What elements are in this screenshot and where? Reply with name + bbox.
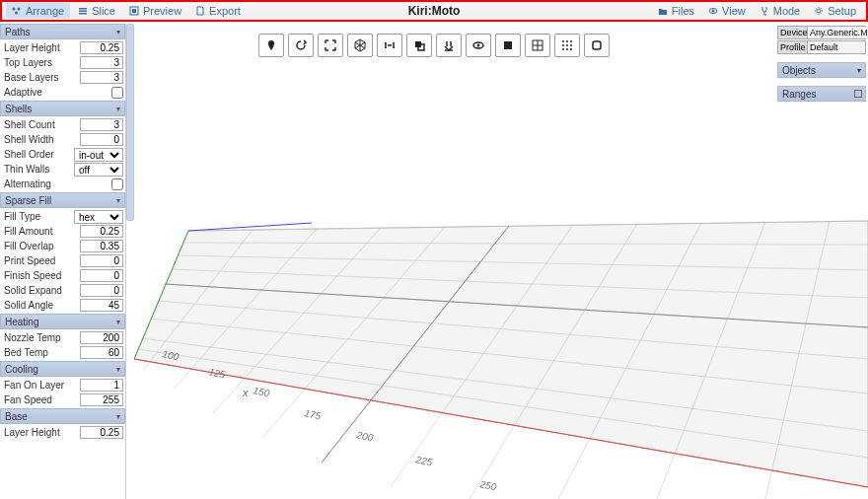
dup-tool-button[interactable] xyxy=(406,34,432,57)
setting-label: Fan On Layer xyxy=(2,380,80,391)
files-button[interactable]: Files xyxy=(652,3,700,19)
setting-row: Top Layers xyxy=(2,55,123,70)
topbar-right: Files View Mode Setup xyxy=(652,3,862,19)
setting-row: Bed Temp xyxy=(2,345,123,360)
checkbox-input[interactable] xyxy=(111,178,123,190)
down-tool-button[interactable] xyxy=(436,34,462,57)
number-input[interactable] xyxy=(80,379,123,392)
profile-row[interactable]: Profile Default xyxy=(777,40,866,54)
select-input[interactable]: off xyxy=(74,163,123,177)
top-bar: Arrange Slice Preview Export Kiri:Moto F… xyxy=(0,0,868,22)
number-input[interactable] xyxy=(80,56,123,69)
number-input[interactable] xyxy=(80,240,123,252)
topbar-left: Arrange Slice Preview Export xyxy=(6,3,247,19)
device-row[interactable]: Device Any.Generic.Marlin xyxy=(777,26,866,39)
export-label: Export xyxy=(209,5,241,17)
number-input[interactable] xyxy=(80,133,123,146)
objects-label: Objects xyxy=(782,65,816,76)
slice-button[interactable]: Slice xyxy=(72,3,121,19)
setting-row: Nozzle Temp xyxy=(2,330,123,345)
setting-label: Shell Count xyxy=(2,119,80,130)
number-input[interactable] xyxy=(80,393,123,406)
svg-point-52 xyxy=(566,40,568,42)
arrange-button[interactable]: Arrange xyxy=(6,3,70,19)
view-button[interactable]: View xyxy=(702,3,752,19)
number-input[interactable] xyxy=(80,269,123,282)
setup-icon xyxy=(814,6,824,16)
pin-icon xyxy=(264,38,278,52)
setting-label: Finish Speed xyxy=(2,270,80,281)
pin-tool-button[interactable] xyxy=(258,34,284,57)
hflip-tool-button[interactable] xyxy=(377,34,402,57)
select-input[interactable]: in-out xyxy=(74,148,123,162)
svg-rect-5 xyxy=(79,13,87,15)
reload-tool-button[interactable] xyxy=(288,34,314,57)
setting-row: Fill Amount xyxy=(2,224,123,239)
mode-icon xyxy=(760,6,769,16)
paths-panel-body: Layer HeightTop LayersBase LayersAdaptiv… xyxy=(0,39,125,101)
solid-tool-button[interactable] xyxy=(495,34,521,57)
viewport[interactable]: 100125150175200225250 x xyxy=(134,24,868,499)
sparse-fill-panel-head[interactable]: Sparse Fill xyxy=(0,192,125,208)
checkbox-input[interactable] xyxy=(111,87,123,99)
mode-button[interactable]: Mode xyxy=(754,3,807,19)
expand-tool-button[interactable] xyxy=(318,34,343,57)
dup-icon xyxy=(412,38,426,52)
dotgrid-tool-button[interactable] xyxy=(554,34,580,57)
ranges-panel-head[interactable]: Ranges xyxy=(777,86,866,102)
svg-point-10 xyxy=(817,9,821,13)
setting-row: Fan On Layer xyxy=(2,378,123,392)
slice-icon xyxy=(78,6,88,16)
viewport-toolbar xyxy=(258,34,610,57)
export-button[interactable]: Export xyxy=(189,3,247,19)
number-input[interactable] xyxy=(80,331,123,344)
setting-row: Fan Speed xyxy=(2,392,123,407)
view-icon xyxy=(708,6,718,16)
device-value: Any.Generic.Marlin xyxy=(808,27,868,38)
svg-rect-47 xyxy=(504,41,512,49)
select-input[interactable]: hex xyxy=(74,210,123,224)
reload-icon xyxy=(294,38,308,52)
preview-icon xyxy=(129,6,139,16)
setting-row: Solid Expand xyxy=(2,283,123,298)
number-input[interactable] xyxy=(80,225,123,238)
dice-icon xyxy=(353,38,367,52)
number-input[interactable] xyxy=(80,118,123,131)
setting-row: Finish Speed xyxy=(2,268,123,283)
setup-button[interactable]: Setup xyxy=(808,3,862,19)
axis-tick-label: 175 xyxy=(304,407,323,421)
setting-label: Solid Expand xyxy=(2,285,80,296)
device-label: Device xyxy=(778,27,808,38)
number-input[interactable] xyxy=(80,71,123,84)
setting-row: Alternating xyxy=(2,177,123,191)
svg-rect-3 xyxy=(79,8,87,10)
svg-point-59 xyxy=(570,48,572,50)
base-panel-head[interactable]: Base xyxy=(0,408,125,424)
sidebar-scrollbar[interactable] xyxy=(126,24,134,221)
objects-panel-head[interactable]: Objects xyxy=(777,62,866,78)
cooling-panel-head[interactable]: Cooling xyxy=(0,361,125,377)
svg-point-54 xyxy=(562,44,564,46)
number-input[interactable] xyxy=(80,41,123,54)
eye-tool-button[interactable] xyxy=(466,34,491,57)
number-input[interactable] xyxy=(80,299,123,312)
outline-tool-button[interactable] xyxy=(584,34,610,57)
number-input[interactable] xyxy=(80,284,123,297)
mode-label: Mode xyxy=(773,5,801,17)
files-icon xyxy=(658,6,668,16)
eye-icon xyxy=(471,38,485,52)
number-input[interactable] xyxy=(80,346,123,359)
heating-panel-head[interactable]: Heating xyxy=(0,314,125,329)
shells-panel-head[interactable]: Shells xyxy=(0,101,125,116)
cooling-panel-body: Fan On LayerFan Speed xyxy=(0,377,125,408)
ranges-square-icon xyxy=(854,90,862,98)
paths-panel-head[interactable]: Paths xyxy=(0,24,125,39)
preview-button[interactable]: Preview xyxy=(123,3,187,19)
setting-label: Fill Type xyxy=(2,211,74,222)
svg-point-2 xyxy=(15,12,18,15)
hflip-icon xyxy=(383,38,397,52)
number-input[interactable] xyxy=(80,426,123,439)
number-input[interactable] xyxy=(80,254,123,267)
grid4-tool-button[interactable] xyxy=(525,34,550,57)
dice-tool-button[interactable] xyxy=(347,34,373,57)
